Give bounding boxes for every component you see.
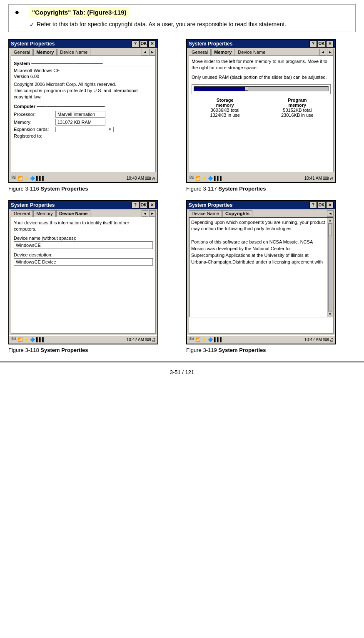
fig119-tab-copyrights[interactable]: Copyrights (222, 210, 252, 217)
fig116-copyright: Copyright 2006 Microsoft Corp. All right… (14, 81, 153, 100)
fig118-tab-memory[interactable]: Memory (33, 210, 56, 217)
figure-118-container: System Properties ? OK ✕ General Memory … (8, 200, 178, 353)
fig119-tray-4: ▌▌▌ (214, 337, 223, 342)
fig119-help-btn[interactable]: ? (309, 202, 317, 208)
fig116-dropdown-arrow: ▼ (108, 128, 112, 131)
fig116-expansion-dropdown[interactable]: ▼ (55, 127, 114, 132)
fig119-scroll-track[interactable] (328, 223, 332, 311)
fig119-tab-prev[interactable]: ◄ (327, 210, 334, 217)
fig116-os: Microsoft Windows CE (14, 68, 153, 73)
fig119-scroll-up[interactable]: ▲ (329, 219, 332, 222)
fig119-ok-btn[interactable]: OK (318, 202, 325, 208)
fig119-scrollbar[interactable]: ▲ ▼ (327, 218, 333, 317)
fig119-close-btn[interactable]: ✕ (326, 202, 334, 208)
screenshots-grid: System Properties ? OK ✕ General Memory … (8, 39, 356, 353)
fig117-buttons: ? OK ✕ (309, 40, 334, 47)
fig118-help-btn[interactable]: ? (132, 202, 139, 208)
fig117-tab-devicename[interactable]: Device Name (235, 49, 268, 55)
fig118-desc-label: Device description: (14, 252, 153, 257)
fig119-tab-devicename[interactable]: Device Name (189, 210, 222, 217)
fig116-ok-btn[interactable]: OK (140, 40, 147, 47)
fig118-ok-btn[interactable]: OK (140, 202, 147, 208)
fig117-tabs-row: General Memory Device Name ◄ ► (187, 48, 335, 55)
fig116-help-btn[interactable]: ? (132, 40, 139, 47)
fig118-tab-nav: ◄ ► (142, 210, 156, 217)
fig118-close-btn[interactable]: ✕ (148, 202, 156, 208)
fig117-slider-container[interactable] (192, 84, 331, 94)
fig119-taskbar-icon1: ⌨ (323, 337, 329, 342)
fig116-taskbar: 🏁 📶 ⚡ 🔷 ▌▌▌ 10:40 AM ⌨ 🖨 (9, 174, 157, 182)
fig116-label: Figure 3-116 System Properties (8, 186, 88, 192)
fig116-tabs: General Memory Device Name (11, 49, 140, 55)
fig117-close-btn[interactable]: ✕ (326, 40, 334, 47)
fig116-tray-1: 📶 (17, 176, 22, 181)
fig119-label-text: Figure 3-119 (186, 347, 217, 353)
fig118-desc-input[interactable]: WindowsCE Device (14, 258, 153, 266)
fig116-start-icon[interactable]: 🏁 (11, 176, 17, 181)
fig116-label-text: Figure 3-116 (8, 186, 39, 192)
fig116-registered-row: Registered to: (14, 133, 153, 138)
fig118-tab-general[interactable]: General (11, 210, 33, 217)
fig118-title: System Properties (11, 202, 132, 208)
fig117-start-icon[interactable]: 🏁 (189, 176, 194, 181)
fig117-content: Move slider to the left for more memory … (189, 55, 334, 172)
fig117-tabs: General Memory Device Name (189, 49, 318, 55)
fig119-tray-2: ⚡ (202, 337, 207, 342)
fig116-tab-prev[interactable]: ◄ (142, 49, 148, 55)
info-box-content: "Copyrights" Tab: (Figure3-119) ✓ Refer … (25, 5, 355, 32)
fig116-memory-row: Memory: 131072 KB RAM (14, 119, 153, 126)
fig116-memory-label: Memory: (14, 120, 55, 125)
fig118-tab-prev[interactable]: ◄ (142, 210, 148, 217)
info-box-description: Refer to this tab for specific copyright… (37, 20, 286, 29)
fig118-tray-3: 🔷 (30, 337, 35, 342)
fig116-tab-general[interactable]: General (11, 49, 33, 55)
fig116-tray-icons: 📶 ⚡ 🔷 ▌▌▌ (17, 176, 45, 181)
fig117-program-total: 50152KB total (264, 108, 331, 113)
fig118-description: Your device uses this information to ide… (14, 220, 153, 233)
fig118-taskbar-icon1: ⌨ (145, 337, 151, 342)
fig119-scroll-thumb[interactable] (329, 224, 332, 236)
fig117-help-btn[interactable]: ? (309, 40, 317, 47)
fig117-tab-prev[interactable]: ◄ (319, 49, 326, 55)
fig116-content: System ────────────────────── Microsoft … (11, 55, 156, 172)
fig117-tab-memory[interactable]: Memory (211, 49, 234, 55)
fig116-tray-2: ⚡ (24, 176, 29, 181)
fig118-tab-devicename[interactable]: Device Name (56, 210, 91, 217)
page-number: 3-51 / 121 (170, 369, 194, 375)
fig119-start-icon[interactable]: 🏁 (189, 337, 194, 342)
fig116-window: System Properties ? OK ✕ General Memory … (8, 39, 158, 183)
fig116-version: Version 6.00 (14, 74, 153, 79)
fig116-close-btn[interactable]: ✕ (148, 40, 156, 47)
fig118-tray-1: 📶 (17, 337, 22, 342)
fig116-computer-section: Computer ───────────────────── (14, 104, 153, 109)
fig117-storage-title: Storagememory (192, 98, 258, 108)
fig116-tab-next[interactable]: ► (149, 49, 156, 55)
info-box: ● "Copyrights" Tab: (Figure3-119) ✓ Refe… (8, 4, 356, 32)
fig116-processor-label: Processor: (14, 112, 55, 117)
fig117-bold-label: System Properties (218, 186, 266, 192)
fig117-tab-general[interactable]: General (189, 49, 211, 55)
page-footer: 3-51 / 121 (0, 362, 364, 379)
fig118-tray-4: ▌▌▌ (36, 337, 45, 342)
fig117-slider-thumb[interactable] (245, 87, 248, 91)
fig119-window: System Properties ? OK ✕ Device Name Cop… (186, 200, 336, 344)
fig119-titlebar: System Properties ? OK ✕ (187, 201, 335, 209)
fig118-tabs-row: General Memory Device Name ◄ ► (9, 209, 157, 217)
fig117-ok-btn[interactable]: OK (318, 40, 325, 47)
fig116-tab-devicename[interactable]: Device Name (57, 49, 90, 55)
fig116-memory-value: 131072 KB RAM (55, 119, 105, 126)
fig119-scroll-down[interactable]: ▼ (329, 312, 332, 316)
fig119-scroll-container[interactable]: Depending upon which components you are … (189, 217, 333, 317)
fig117-slider-track[interactable] (194, 86, 329, 91)
fig118-name-input[interactable]: WindowsCE (14, 241, 153, 249)
fig116-system-section: System ────────────────────── (14, 61, 153, 66)
fig116-tab-memory[interactable]: Memory (33, 49, 57, 55)
fig118-start-icon[interactable]: 🏁 (11, 337, 17, 342)
fig117-memory-cols: Storagememory 36036KB total 1324KB in us… (192, 98, 331, 118)
fig119-taskbar-icon2: 🖨 (329, 337, 334, 342)
fig117-tab-next[interactable]: ► (327, 49, 334, 55)
fig118-tab-next[interactable]: ► (149, 210, 156, 217)
fig119-tab-nav: ◄ (327, 210, 334, 217)
fig119-tabs-row: Device Name Copyrights ◄ (187, 209, 335, 217)
fig116-time: 10:40 AM (127, 176, 144, 181)
